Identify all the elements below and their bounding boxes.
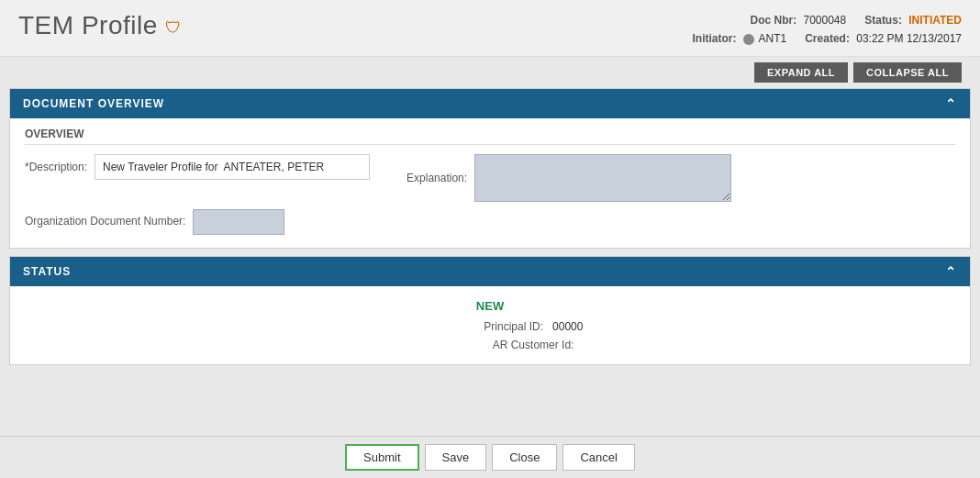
status-meta: Status: INITIATED [864,11,962,29]
principal-id-row: Principal ID: 00000 [433,320,583,333]
status-title: STATUS [23,265,71,278]
explanation-group: Explanation: [406,154,731,202]
initiator-meta: Initiator: ANT1 [693,29,787,48]
overview-subsection-label: OVERVIEW [25,128,955,145]
created-meta: Created: 03:22 PM 12/13/2017 [805,29,962,48]
status-chevron: ⌃ [945,264,957,279]
status-body: NEW Principal ID: 00000 AR Customer Id: [10,286,970,364]
description-group: *Description: [25,154,370,180]
header: TEM Profile 🛡 Doc Nbr: 7000048 Status: I… [0,0,980,57]
status-section: STATUS ⌃ NEW Principal ID: 00000 AR Cust… [9,256,971,365]
main-content: DOCUMENT OVERVIEW ⌃ OVERVIEW *Descriptio… [0,88,980,436]
explanation-label: Explanation: [406,172,467,184]
description-label: *Description: [25,161,87,173]
document-overview-section: DOCUMENT OVERVIEW ⌃ OVERVIEW *Descriptio… [9,88,971,249]
shield-icon: 🛡 [165,18,182,38]
doc-nbr-label: Doc Nbr: 7000048 [750,11,846,29]
principal-id-value: 00000 [552,320,583,333]
person-icon [743,34,754,45]
initiator-meta-row: Initiator: ANT1 Created: 03:22 PM 12/13/… [693,29,963,48]
save-button[interactable]: Save [425,444,487,471]
org-doc-label: Organization Document Number: [25,214,185,229]
close-button[interactable]: Close [492,444,557,471]
toolbar: EXPAND ALL COLLAPSE ALL [0,57,980,88]
org-doc-num-input[interactable] [193,209,284,235]
document-overview-header[interactable]: DOCUMENT OVERVIEW ⌃ [10,89,970,118]
doc-meta-row: Doc Nbr: 7000048 Status: INITIATED [693,11,963,29]
page-title: TEM Profile [18,11,158,40]
header-title: TEM Profile 🛡 [18,11,182,40]
status-header[interactable]: STATUS ⌃ [10,257,970,286]
expand-all-button[interactable]: EXPAND ALL [754,62,848,83]
collapse-all-button[interactable]: COLLAPSE ALL [853,62,962,83]
submit-button[interactable]: Submit [345,444,418,471]
status-new-label: NEW [25,299,955,313]
ar-customer-row: AR Customer Id: [463,339,583,351]
principal-id-label: Principal ID: [433,320,543,333]
document-overview-body: OVERVIEW *Description: Explanation: [10,118,970,248]
footer: Submit Save Close Cancel [0,436,980,478]
document-overview-chevron: ⌃ [945,96,957,111]
explanation-input[interactable] [474,154,731,202]
org-doc-row: Organization Document Number: [25,209,955,235]
org-doc-group: Organization Document Number: [25,209,284,235]
description-input[interactable] [95,154,370,180]
header-meta: Doc Nbr: 7000048 Status: INITIATED Initi… [693,11,963,49]
ar-customer-label: AR Customer Id: [463,339,574,351]
description-row: *Description: Explanation: [25,154,955,202]
document-overview-title: DOCUMENT OVERVIEW [23,97,164,110]
status-form: Principal ID: 00000 AR Customer Id: [25,320,955,351]
page-wrapper: TEM Profile 🛡 Doc Nbr: 7000048 Status: I… [0,0,980,478]
cancel-button[interactable]: Cancel [562,444,634,471]
